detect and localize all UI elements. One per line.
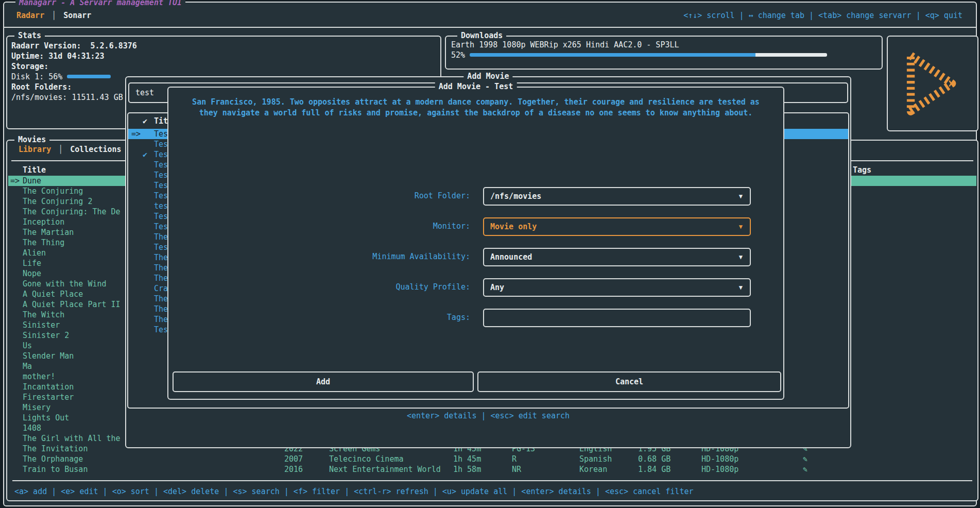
app-title: Managarr - A Servarr management TUI	[15, 0, 185, 7]
chevron-down-icon: ▼	[739, 279, 743, 296]
form-field: Quality Profile: Any ▼	[168, 278, 783, 297]
movie-title: Train to Busan	[23, 464, 88, 475]
column-header-title: Title	[23, 165, 46, 175]
cancel-button[interactable]: Cancel	[477, 371, 781, 392]
field-dropdown[interactable]: Announced ▼	[483, 248, 751, 266]
movie-title: Firestarter	[23, 392, 74, 402]
movie-title: The Invitation	[23, 444, 88, 454]
add-button[interactable]: Add	[173, 371, 474, 392]
movie-title: Inception	[23, 217, 64, 227]
tab-collections[interactable]: Collections	[69, 145, 122, 154]
field-value: Movie only	[490, 222, 537, 231]
movie-title: Sinister 2	[23, 330, 69, 341]
movie-title: Gone with the Wind	[23, 279, 107, 289]
movie-year: 2007	[284, 454, 303, 464]
storage-label: Storage:	[11, 61, 436, 72]
field-dropdown[interactable]: /nfs/movies ▼	[483, 187, 751, 206]
movie-title: Misery	[23, 402, 50, 413]
movie-year: 2016	[284, 464, 303, 475]
movie-rating: NR	[512, 464, 521, 475]
downloads-title: Downloads	[457, 31, 506, 40]
movie-title: A Quiet Place	[23, 289, 83, 299]
field-label: Minimum Availability:	[372, 252, 470, 261]
movie-title: A Quiet Place Part II	[23, 299, 121, 310]
column-header-tags: Tags	[853, 165, 871, 175]
movie-title: Incantation	[23, 382, 74, 392]
field-label: Tags:	[447, 313, 470, 322]
movie-title: The Martian	[23, 227, 74, 238]
movie-title: The Conjuring 2	[23, 196, 92, 207]
movie-language: Spanish	[579, 454, 612, 464]
logo-panel	[887, 36, 978, 131]
selected-arrow-icon: =>	[131, 129, 141, 139]
edit-icon: ✎	[803, 454, 807, 464]
field-label: Monitor:	[433, 222, 470, 231]
tab-sonarr[interactable]: Sonarr	[63, 10, 91, 21]
tab-library[interactable]: Library	[18, 145, 52, 154]
movie-quality: HD-1080p	[701, 454, 738, 464]
chevron-down-icon: ▼	[739, 249, 743, 265]
movie-quality: HD-1080p	[701, 464, 738, 475]
form-field: Minimum Availability: Announced ▼	[168, 248, 783, 266]
disk-usage-bar	[67, 75, 111, 78]
movie-rating: R	[512, 454, 517, 464]
movie-row[interactable]: Train to Busan 2016 Next Entertainment W…	[8, 464, 976, 475]
movie-title: Nope	[23, 268, 41, 279]
movie-title: The Thing	[23, 238, 64, 248]
selected-arrow-icon: =>	[10, 176, 20, 186]
modal-fields: Root Folder: /nfs/movies ▼ Monitor: Movi…	[168, 187, 783, 339]
check-icon: ✔	[143, 149, 147, 160]
movie-title: Slender Man	[23, 351, 74, 361]
movie-studio: Next Entertainment World	[329, 464, 441, 475]
movie-language: Korean	[579, 464, 607, 475]
movie-runtime: 1h 58m	[453, 464, 481, 475]
popup-keybindings: <enter> details | <esc> edit search	[126, 411, 850, 420]
movies-title: Movies	[14, 135, 49, 144]
movies-tab-separator: │	[58, 145, 63, 154]
movie-title: Life	[23, 258, 41, 268]
movie-title: Lights Out	[23, 413, 69, 423]
movie-title: Us	[23, 341, 32, 351]
chevron-down-icon: ▼	[739, 188, 743, 205]
download-progress: 52%	[451, 50, 873, 60]
form-field: Monitor: Movie only ▼	[168, 217, 783, 236]
movie-title: 1408	[23, 423, 41, 433]
download-percent: 52%	[451, 50, 465, 60]
field-dropdown[interactable]: Movie only ▼	[483, 217, 751, 236]
add-movie-title: Add Movie	[463, 72, 512, 81]
managarr-tui: Managarr - A Servarr management TUI Rada…	[0, 0, 980, 508]
stats-title: Stats	[14, 31, 45, 40]
field-dropdown[interactable]: Any ▼	[483, 278, 751, 297]
form-field: Tags:	[168, 309, 783, 327]
downloads-panel: Downloads Earth 1998 1080p WEBRip x265 H…	[445, 36, 883, 70]
movie-title: Dune	[23, 176, 41, 186]
field-label: Quality Profile:	[396, 282, 471, 292]
movie-title: The Conjuring	[23, 186, 83, 196]
edit-icon: ✎	[803, 464, 807, 475]
movie-title: The Orphanage	[23, 454, 83, 464]
radarr-version: Radarr Version: 5.2.6.8376	[11, 41, 436, 51]
servarr-tabbar: Radarr │ Sonarr	[16, 10, 91, 21]
movie-runtime: 1h 45m	[453, 454, 481, 464]
tab-separator: │	[51, 11, 56, 20]
field-label: Root Folder:	[415, 191, 470, 200]
field-value: Announced	[490, 252, 532, 262]
movie-title: The Witch	[23, 310, 64, 320]
field-dropdown[interactable]	[483, 309, 751, 327]
download-item: Earth 1998 1080p WEBRip x265 Hindi AAC2.…	[451, 40, 679, 50]
top-keybindings: <↑↓> scroll | ↔ change tab | <tab> chang…	[683, 11, 962, 20]
movie-size: 0.68 GB	[638, 454, 670, 464]
column-header-check-icon: ✔	[143, 116, 147, 126]
header-divider	[4, 27, 976, 28]
download-progress-bar	[470, 53, 827, 57]
movies-keybindings: <a> add | <e> edit | <o> sort | <del> de…	[14, 486, 694, 497]
movie-title: Alien	[23, 248, 46, 258]
play-logo-icon	[899, 46, 967, 121]
tab-radarr[interactable]: Radarr	[16, 10, 44, 21]
movie-title: mother!	[23, 371, 55, 382]
form-field: Root Folder: /nfs/movies ▼	[168, 187, 783, 206]
movie-row[interactable]: The Orphanage 2007 Telecinco Cinema 1h 4…	[8, 454, 976, 464]
add-movie-modal: Add Movie - Test San Francisco, 1985. Tw…	[167, 87, 784, 400]
chevron-down-icon: ▼	[739, 218, 743, 235]
movies-tabbar: Library │ Collections │	[18, 145, 133, 154]
